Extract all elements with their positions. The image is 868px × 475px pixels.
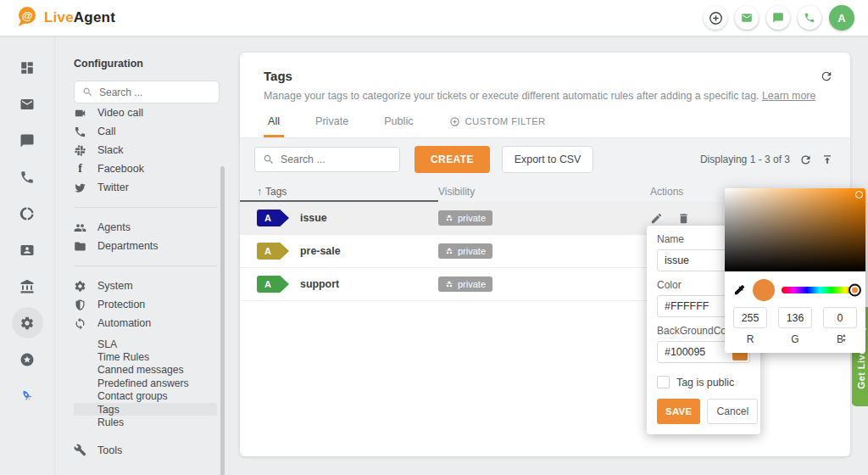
tag-is-public-option[interactable]: Tag is public bbox=[657, 376, 750, 388]
user-avatar[interactable]: A bbox=[829, 5, 854, 31]
tag-name-cell: A pre-sale bbox=[257, 243, 438, 260]
visibility-badge: private bbox=[438, 210, 492, 226]
phone-icon bbox=[19, 170, 35, 185]
rail-contacts-button[interactable] bbox=[12, 234, 43, 265]
top-header: @ LiveAgent A bbox=[0, 0, 868, 36]
sidebar-item-slack[interactable]: Slack bbox=[74, 141, 217, 159]
sidebar-subitem-time-rules[interactable]: Time Rules bbox=[74, 350, 217, 363]
column-header-visibility[interactable]: Visibility bbox=[438, 186, 650, 198]
cancel-button[interactable]: Cancel bbox=[707, 399, 758, 424]
arrow-to-top-icon bbox=[821, 154, 833, 165]
tag-name-cell: A issue bbox=[257, 210, 438, 226]
sidebar-item-twitter[interactable]: Twitter bbox=[74, 178, 217, 197]
tab-public[interactable]: Public bbox=[380, 105, 417, 137]
tab-private[interactable]: Private bbox=[311, 105, 353, 137]
sidebar-subitem-predefined-answers[interactable]: Predefined answers bbox=[74, 377, 217, 389]
learn-more-link[interactable]: Learn more bbox=[762, 90, 815, 102]
tab-all[interactable]: All bbox=[264, 105, 284, 137]
rail-settings-button[interactable] bbox=[12, 307, 43, 338]
sidebar-divider bbox=[74, 207, 217, 208]
hue-slider[interactable] bbox=[782, 287, 858, 293]
trash-icon bbox=[677, 212, 690, 225]
sidebar-search-input[interactable] bbox=[99, 87, 211, 98]
color-picker-popup: R G B ▴▾ bbox=[725, 188, 865, 353]
tag-is-public-checkbox[interactable] bbox=[657, 376, 670, 388]
sidebar-item-automation[interactable]: Automation bbox=[74, 314, 217, 332]
rail-dashboard-button[interactable] bbox=[12, 52, 43, 83]
rail-tickets-button[interactable] bbox=[12, 88, 43, 120]
caret-down-icon: ▾ bbox=[827, 338, 861, 343]
liveagent-logo[interactable]: @ LiveAgent bbox=[14, 4, 115, 32]
add-button[interactable] bbox=[704, 6, 727, 30]
hue-slider-handle[interactable] bbox=[849, 284, 861, 297]
scroll-to-top-button[interactable] bbox=[821, 154, 833, 165]
visibility-cell: private bbox=[438, 277, 650, 292]
tag-is-public-label: Tag is public bbox=[676, 377, 734, 388]
bank-icon bbox=[19, 279, 35, 294]
rail-getting-started-button[interactable] bbox=[12, 380, 43, 411]
new-call-button[interactable] bbox=[798, 6, 821, 30]
tab-custom-filter[interactable]: CUSTOM FILTER bbox=[445, 105, 550, 137]
sidebar-item-protection[interactable]: Protection bbox=[74, 295, 217, 314]
search-icon bbox=[82, 87, 93, 98]
rail-call-button[interactable] bbox=[12, 161, 43, 193]
sidebar-subitem-tags[interactable]: Tags bbox=[74, 403, 217, 416]
header-actions: A bbox=[704, 5, 854, 31]
rgb-labels: R G B ▴▾ bbox=[725, 328, 865, 345]
visibility-tabs: All Private Public CUSTOM FILTER bbox=[240, 105, 850, 138]
red-value-input[interactable] bbox=[733, 307, 767, 328]
green-value-input[interactable] bbox=[778, 307, 812, 328]
visibility-badge: private bbox=[438, 243, 492, 259]
saturation-area[interactable] bbox=[725, 188, 865, 271]
saturation-marker[interactable] bbox=[855, 191, 863, 198]
circle-plus-icon bbox=[449, 116, 460, 127]
sidebar-subitem-rules[interactable]: Rules bbox=[74, 416, 217, 428]
sidebar-item-agents[interactable]: Agents bbox=[74, 218, 217, 237]
current-color-swatch bbox=[753, 279, 775, 301]
phone-icon bbox=[74, 126, 86, 138]
slack-icon bbox=[74, 144, 86, 157]
sidebar-item-call[interactable]: Call bbox=[74, 122, 217, 141]
table-refresh-button[interactable] bbox=[799, 154, 812, 166]
sidebar-item-system[interactable]: System bbox=[74, 277, 217, 295]
liveagent-app: @ LiveAgent A bbox=[0, 0, 868, 475]
edit-tag-button[interactable] bbox=[650, 212, 663, 225]
sidebar-subitem-sla[interactable]: SLA bbox=[74, 338, 217, 350]
sidebar-item-departments[interactable]: Departments bbox=[74, 237, 217, 255]
sidebar-subitem-label: Canned messages bbox=[97, 364, 184, 376]
tag-name: support bbox=[300, 278, 339, 290]
sidebar-scrollbar-thumb[interactable] bbox=[220, 166, 225, 475]
create-button[interactable]: CREATE bbox=[415, 146, 490, 173]
eyedropper-button[interactable] bbox=[732, 283, 746, 297]
pencil-icon bbox=[650, 212, 663, 225]
new-ticket-button[interactable] bbox=[735, 6, 759, 30]
rail-addons-button[interactable] bbox=[12, 344, 43, 375]
sync-icon bbox=[74, 317, 86, 330]
export-csv-button[interactable]: Export to CSV bbox=[502, 146, 594, 173]
rgb-inputs bbox=[725, 304, 865, 328]
panel-refresh-button[interactable] bbox=[820, 70, 833, 83]
sidebar-subitem-contact-groups[interactable]: Contact groups bbox=[74, 390, 217, 403]
sidebar-subitem-canned-messages[interactable]: Canned messages bbox=[74, 364, 217, 377]
new-chat-button[interactable] bbox=[766, 6, 790, 30]
blue-value-input[interactable] bbox=[823, 307, 857, 328]
icon-rail bbox=[0, 36, 54, 475]
save-button[interactable]: SAVE bbox=[657, 399, 700, 424]
sidebar-item-facebook[interactable]: fFacebook bbox=[74, 159, 217, 178]
rail-social-button[interactable] bbox=[12, 198, 43, 229]
config-sidebar: Configuration Video call Call Slack fFac… bbox=[54, 36, 229, 475]
tags-panel-header: Tags Manage your tags to categorize your… bbox=[240, 53, 850, 105]
speech-bubble-logo-icon: @ bbox=[14, 4, 39, 32]
delete-tag-button[interactable] bbox=[677, 212, 690, 225]
edit-popup-actions: SAVE Cancel bbox=[657, 399, 750, 424]
sidebar-item-video-call[interactable]: Video call bbox=[74, 107, 217, 122]
column-header-tags[interactable]: ↑Tags bbox=[257, 186, 438, 198]
sidebar-subitem-label: Time Rules bbox=[97, 351, 149, 363]
contact-card-icon bbox=[19, 243, 35, 258]
color-mode-stepper[interactable]: ▴▾ bbox=[827, 332, 861, 342]
rail-chat-button[interactable] bbox=[12, 125, 43, 156]
rocket-icon bbox=[19, 388, 35, 404]
sidebar-item-tools[interactable]: Tools bbox=[74, 441, 217, 460]
rail-billing-button[interactable] bbox=[12, 271, 43, 302]
table-search-input[interactable] bbox=[281, 154, 392, 165]
